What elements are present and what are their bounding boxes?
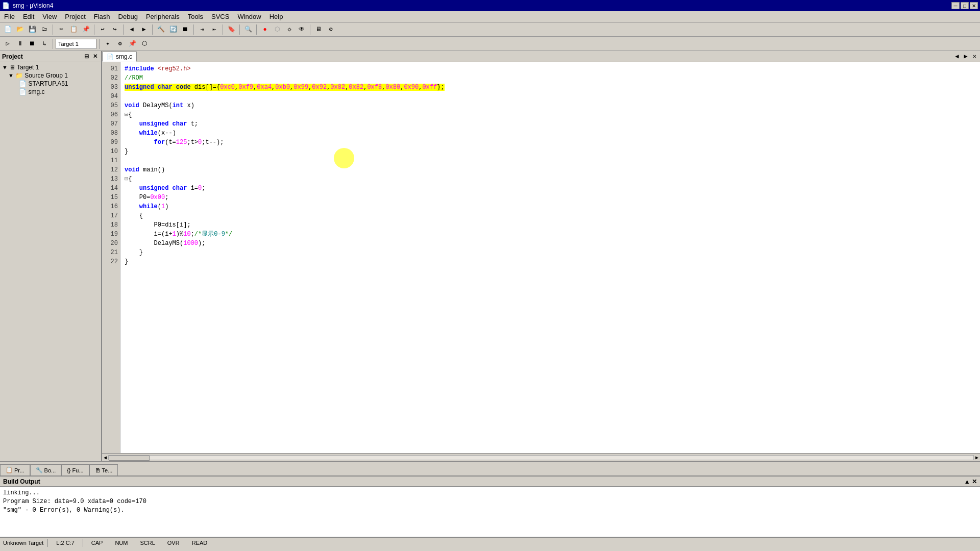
tree-icon-target: 🖥 — [9, 64, 15, 71]
sep11 — [99, 39, 100, 49]
bottom-tab-bo-label: Bo... — [44, 467, 56, 473]
bookmarks-button[interactable]: 🔖 — [226, 24, 237, 35]
status-num: NUM — [111, 540, 132, 546]
redo-button[interactable]: ↪ — [109, 24, 120, 35]
debug-t1[interactable]: ▷ — [2, 38, 13, 49]
minimize-button[interactable]: ─ — [951, 2, 960, 9]
debug-t4[interactable]: ↳ — [39, 38, 50, 49]
menu-project[interactable]: Project — [61, 12, 89, 21]
sep6 — [223, 24, 223, 35]
menu-view[interactable]: View — [38, 12, 61, 21]
bottom-tab-bo[interactable]: 🔧 Bo... — [30, 464, 62, 475]
tab-ctrl-x[interactable]: ✕ — [971, 52, 978, 61]
close-button[interactable]: ✕ — [970, 2, 978, 9]
tree-item-smgc[interactable]: 📄 smg.c — [13, 88, 100, 96]
cut-button[interactable]: ✂ — [56, 24, 67, 35]
indent-less-button[interactable]: ⇤ — [209, 24, 220, 35]
copy-button[interactable]: 📋 — [68, 24, 79, 35]
status-position: L:2 C:7 — [52, 540, 78, 546]
panel-icon-x[interactable]: ✕ — [91, 53, 99, 60]
menu-svcs[interactable]: SVCS — [207, 12, 233, 21]
new-button[interactable]: 📄 — [2, 24, 13, 35]
open-button[interactable]: 📂 — [14, 24, 26, 35]
statusbar: Unknown Target L:2 C:7 CAP NUM SCRL OVR … — [0, 537, 980, 548]
save-all-button[interactable]: 🗂 — [39, 24, 50, 35]
tab-icon-smgc: 📄 — [107, 54, 114, 60]
maximize-button[interactable]: □ — [961, 2, 969, 9]
menu-window[interactable]: Window — [233, 12, 265, 21]
menu-peripherals[interactable]: Peripherals — [142, 12, 184, 21]
titlebar-left: 📄 smg - µVision4 — [2, 2, 53, 9]
status-scrl: SCRL — [136, 540, 159, 546]
content-area: Project ⊟ ✕ ▼ 🖥 Target 1 ▼ 📁 Source Gro — [0, 51, 980, 461]
tree-item-startup[interactable]: 📄 STARTUP.A51 — [13, 80, 100, 88]
panel-icon-minus[interactable]: ⊟ — [83, 53, 90, 60]
save-button[interactable]: 💾 — [27, 24, 38, 35]
sep9 — [310, 24, 310, 35]
debug-run-button[interactable]: ● — [259, 24, 271, 35]
search-button[interactable]: 🔍 — [242, 24, 254, 35]
tree-item-sourcegroup1[interactable]: ▼ 📁 Source Group 1 — [7, 71, 100, 80]
sep2 — [94, 24, 94, 35]
settings2-button[interactable]: ⚙ — [114, 38, 126, 49]
code-view[interactable]: 01 02 03 04 05 06 07 08 09 10 11 12 13 1… — [102, 62, 980, 453]
bottom-tab-te[interactable]: 🖹 Te... — [89, 464, 118, 475]
menu-edit[interactable]: Edit — [19, 12, 38, 21]
build-output-scroll-up[interactable]: ▲ — [964, 478, 970, 485]
left-panel: Project ⊟ ✕ ▼ 🖥 Target 1 ▼ 📁 Source Gro — [0, 51, 102, 461]
project-tree: ▼ 🖥 Target 1 ▼ 📁 Source Group 1 📄 STARTU… — [0, 62, 101, 461]
debug-step-button[interactable]: ◇ — [284, 24, 295, 35]
menu-flash[interactable]: Flash — [90, 12, 114, 21]
menu-tools[interactable]: Tools — [184, 12, 207, 21]
horizontal-scrollbar[interactable]: ◀ ▶ — [102, 453, 980, 461]
tree-icon-folder: 📁 — [15, 72, 23, 79]
debug-t2[interactable]: ⏸ — [14, 38, 26, 49]
bottom-tab-fu-icon: {} — [67, 467, 70, 473]
magic-wand-button[interactable]: ✦ — [102, 38, 113, 49]
build-button[interactable]: 🔨 — [155, 24, 166, 35]
build-line-3: "smg" - 0 Error(s), 0 Warning(s). — [3, 506, 977, 515]
nav-fwd-button[interactable]: ▶ — [138, 24, 150, 35]
bottom-tab-fu[interactable]: {} Fu... — [61, 464, 89, 475]
scroll-thumb[interactable] — [109, 456, 150, 461]
line-numbers: 01 02 03 04 05 06 07 08 09 10 11 12 13 1… — [102, 62, 120, 453]
debug-stop-button[interactable]: ⬡ — [272, 24, 283, 35]
external-button[interactable]: ⬡ — [139, 38, 150, 49]
titlebar-controls: ─ □ ✕ — [951, 2, 978, 9]
tree-item-target1[interactable]: ▼ 🖥 Target 1 — [1, 63, 100, 71]
build-output-close[interactable]: ✕ — [972, 478, 977, 485]
menu-help[interactable]: Help — [265, 12, 287, 21]
tree-spacer-startup — [14, 81, 17, 87]
scroll-track[interactable] — [108, 455, 974, 460]
nav-back-button[interactable]: ◀ — [126, 24, 137, 35]
settings-button[interactable]: ⚙ — [325, 24, 336, 35]
stop-button[interactable]: ⏹ — [180, 24, 191, 35]
paste-button[interactable]: 📌 — [80, 24, 91, 35]
build-output-content: linking... Program Size: data=9.0 xdata=… — [0, 487, 980, 537]
project-panel-header: Project ⊟ ✕ — [0, 51, 101, 62]
target-dropdown[interactable]: Target 1 — [56, 39, 96, 49]
build-line-1: linking... — [3, 489, 977, 497]
menu-file[interactable]: File — [0, 12, 19, 21]
main-layout: Project ⊟ ✕ ▼ 🖥 Target 1 ▼ 📁 Source Gro — [0, 51, 980, 537]
tab-smgc[interactable]: 📄 smg.c — [102, 52, 137, 62]
scroll-right-button[interactable]: ▶ — [974, 455, 980, 461]
display-button[interactable]: 🖥 — [313, 24, 324, 35]
menu-debug[interactable]: Debug — [114, 12, 142, 21]
scroll-left-button[interactable]: ◀ — [102, 455, 108, 461]
bottom-tab-pr[interactable]: 📋 Pr... — [0, 464, 30, 475]
bottom-tabs: 📋 Pr... 🔧 Bo... {} Fu... 🖹 Te... — [0, 461, 980, 475]
rebuild-button[interactable]: 🔄 — [167, 24, 179, 35]
debug-t3[interactable]: ⏹ — [27, 38, 38, 49]
undo-button[interactable]: ↩ — [97, 24, 108, 35]
debug-view-button[interactable]: 👁 — [296, 24, 307, 35]
code-content[interactable]: #include <reg52.h> //ROM unsigned char c… — [120, 62, 980, 453]
indent-more-button[interactable]: ⇥ — [197, 24, 208, 35]
tree-label-target1: Target 1 — [15, 64, 39, 71]
tab-ctrl-right[interactable]: ▶ — [963, 52, 969, 61]
tab-ctrl-left[interactable]: ◀ — [953, 52, 960, 61]
tree-icon-startup: 📄 — [19, 80, 27, 87]
status-caps: CAP — [87, 540, 107, 546]
build-output-controls: ▲ ✕ — [964, 478, 977, 485]
pin-button[interactable]: 📌 — [127, 38, 138, 49]
